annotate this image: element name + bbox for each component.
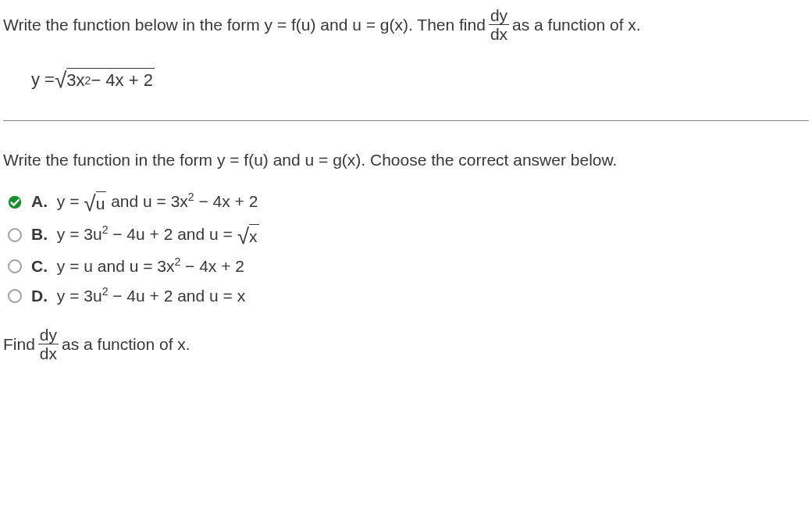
svg-point-0	[9, 196, 22, 209]
option-letter: A.	[31, 192, 48, 210]
sub-question: Write the function in the form y = f(u) …	[3, 151, 809, 169]
option-text-3: − 4x + 2	[194, 192, 258, 210]
option-letter: B.	[31, 225, 48, 243]
option-text-2: − 4u + 2 and u =	[108, 225, 237, 243]
option-d[interactable]: D. y = 3u2 − 4u + 2 and u = x	[6, 287, 809, 305]
given-equation: y = √ 3x2 − 4x + 2	[31, 68, 809, 91]
option-exp: 2	[188, 191, 194, 203]
problem-intro: Write the function below in the form y =…	[3, 6, 809, 43]
radio-a[interactable]	[6, 194, 23, 211]
option-letter: C.	[31, 257, 48, 275]
option-letter: D.	[31, 287, 48, 305]
radical-icon: √	[84, 193, 95, 215]
option-a-content: A. y = √u and u = 3x2 − 4x + 2	[31, 191, 258, 213]
sqrt-u: √u	[84, 191, 106, 213]
radicand-coeff: 3x	[66, 70, 84, 91]
fraction-denominator: dx	[38, 344, 59, 362]
option-c-content: C. y = u and u = 3x2 − 4x + 2	[31, 257, 244, 276]
option-b-content: B. y = 3u2 − 4u + 2 and u = √x	[31, 224, 259, 246]
radio-c[interactable]	[6, 258, 23, 275]
final-prefix: Find	[3, 335, 35, 354]
fraction-numerator: dy	[489, 6, 509, 24]
radio-b[interactable]	[6, 227, 23, 244]
intro-text-a: Write the function below in the form y =…	[3, 16, 486, 34]
radicand-tail: − 4x + 2	[91, 70, 153, 91]
radicand: u	[96, 191, 107, 213]
option-text-2: − 4x + 2	[180, 257, 244, 275]
radical-icon: √	[55, 70, 66, 92]
options-group: A. y = √u and u = 3x2 − 4x + 2 B. y = 3u…	[6, 191, 809, 305]
option-c[interactable]: C. y = u and u = 3x2 − 4x + 2	[6, 257, 809, 276]
option-text-1: y = 3u	[57, 287, 102, 305]
final-question: Find dy dx as a function of x.	[3, 326, 809, 362]
problem-statement: Write the function below in the form y =…	[3, 6, 809, 121]
option-text-1: y = u and u = 3x	[57, 257, 175, 275]
sqrt-x: √x	[237, 224, 259, 246]
final-suffix: as a function of x.	[62, 335, 191, 354]
intro-text-b: as a function of x.	[512, 16, 641, 34]
option-b[interactable]: B. y = 3u2 − 4u + 2 and u = √x	[6, 224, 809, 246]
option-text-2: and u = 3x	[106, 192, 188, 210]
square-root: √ 3x2 − 4x + 2	[55, 68, 155, 91]
option-d-content: D. y = 3u2 − 4u + 2 and u = x	[31, 287, 245, 305]
option-text-1: y =	[57, 192, 84, 210]
radicand: 3x2 − 4x + 2	[66, 68, 155, 91]
option-text-2: − 4u + 2 and u = x	[108, 287, 245, 305]
radio-d[interactable]	[6, 287, 23, 305]
fraction-numerator: dy	[38, 326, 59, 344]
equation-y-equals: y =	[31, 70, 55, 90]
fraction-dy-dx: dy dx	[38, 326, 59, 362]
radicand: x	[249, 224, 259, 246]
option-a[interactable]: A. y = √u and u = 3x2 − 4x + 2	[6, 191, 809, 213]
fraction-dy-dx: dy dx	[489, 6, 509, 43]
fraction-denominator: dx	[489, 24, 509, 43]
option-text-1: y = 3u	[57, 225, 102, 243]
radical-icon: √	[237, 226, 249, 248]
check-icon	[6, 194, 23, 211]
